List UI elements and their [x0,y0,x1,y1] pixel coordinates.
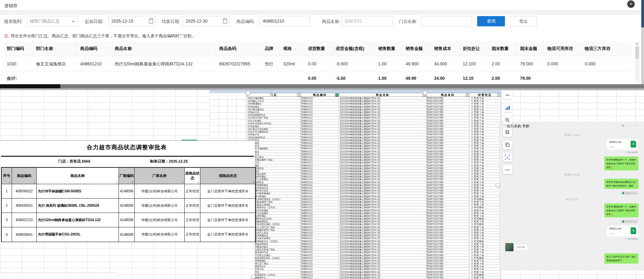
store-row[interactable]: 1090习水麒龙印象店408601210先行320ml精典泰迪童心弹跳杯TD24… [247,245,501,248]
zoom-in-icon[interactable] [503,115,512,125]
store-row[interactable]: 1066遵义世贸城店408601210先行320ml精典泰迪童心弹跳杯TD24-… [247,215,501,217]
stores-header-cell[interactable]: 门店▼ [247,93,301,97]
start-date-input[interactable]: 2025-12-15 [108,16,156,26]
store-row[interactable]: 1056六盘水南田境界店（已闭店）408601210先行320ml精典泰迪童心弹… [247,198,501,201]
store-row[interactable]: 1029瓮安店408601210先行320ml精典泰迪童心弹跳杯TD24-132… [247,144,501,147]
horizontal-scrollbar[interactable] [0,84,644,88]
page-vertical-scrollbar[interactable] [641,0,644,84]
approval-header-cell[interactable]: 序号▼ [2,168,12,184]
approval-header-cell[interactable]: 现商品状态▼ [200,168,255,184]
store-row[interactable]: 1039三穗店408601210先行320ml精典泰迪童心弹跳杯TD24-132… [247,164,501,167]
store-row[interactable]: 1103仁怀国酒城店408601210先行320ml精典泰迪童心弹跳杯TD24-… [247,259,501,262]
more-icon[interactable]: ••• [503,165,512,174]
store-row[interactable]: 1085毕节国林春天店（已闭店）408601210先行320ml精典泰迪童心弹跳… [247,240,501,243]
end-date-input[interactable]: 2025-12-30 [183,16,230,26]
copy-icon[interactable] [503,140,512,150]
store-row[interactable]: 1026花果园S区店408601210先行320ml精典泰迪童心弹跳杯TD24-… [247,136,501,139]
approval-header-cell[interactable]: 厂商名称▼ [135,168,185,184]
store-row[interactable]: 1049余庆国腾商都店408601210先行320ml精典泰迪童心弹跳杯TD24… [247,184,501,187]
store-row[interactable]: 1080德江时代上层店408601210先行320ml精典泰迪童心弹跳杯TD24… [247,231,501,234]
store-row[interactable]: 2002花果园U区店408601210先行320ml精典泰迪童心弹跳杯TD24-… [247,265,501,268]
file-reference-chip[interactable]: 6666(1).xlsx [620,219,639,224]
minimize-icon[interactable]: — [635,124,639,127]
store-row[interactable]: 1037德江店408601210先行320ml精典泰迪童心弹跳杯TD24-132… [247,161,501,164]
approval-header-cell[interactable]: 厂商编码▼ [119,168,135,184]
text-ocr-icon[interactable]: A [503,153,512,162]
chart-icon[interactable] [503,103,512,112]
more-icon[interactable]: ⋯ [629,124,632,127]
store-row[interactable]: 1093遵义思乐为置地广场店408601210先行320ml精典泰迪童心弹跳杯T… [247,248,501,251]
store-row[interactable]: 1078云岩大上海万达广场店408601210先行320ml精典泰迪童心弹跳杯T… [247,226,501,229]
popout-icon[interactable]: ⧉ [622,124,624,128]
store-row[interactable]: 6666购物物流中心408601210先行320ml精典泰迪童心弹跳杯TD24-… [247,276,501,279]
store-row[interactable]: 1050安龙翔龙嘉连店408601210先行320ml精典泰迪童心弹跳杯TD24… [247,187,501,189]
product-name-input[interactable]: 模糊查找 [342,16,393,26]
store-row[interactable]: 1006息烽店408601210先行320ml精典泰迪童心弹跳杯TD24-132… [247,105,501,108]
report-type-select[interactable]: 按部门商品汇总 [27,16,78,26]
store-row[interactable]: 1034保利公园店408601210先行320ml精典泰迪童心弹跳杯TD24-1… [247,156,501,158]
filter-arrow-icon[interactable]: ▼ [132,181,134,183]
store-row[interactable]: 1077毕节创美世纪城店（已闭店）408601210先行320ml精典泰迪童心弹… [247,223,501,226]
store-row[interactable]: 2010阳关店408601210先行320ml精典泰迪童心弹跳杯TD24-132… [247,271,501,274]
approval-header-cell[interactable]: 原商品状态▼ [185,168,200,184]
store-row[interactable]: 1102贵阳美的国宾府店（已闭店）408601210先行320ml精典泰迪童心弹… [247,257,501,259]
store-row[interactable]: 1079大营坡益田假日广场店408601210先行320ml精典泰迪童心弹跳杯T… [247,229,501,231]
store-row[interactable]: 2004米兰春天店408601210先行320ml精典泰迪童心弹跳杯TD24-1… [247,268,501,270]
store-row[interactable]: 1021遵义大恒名城店408601210先行320ml精典泰迪童心弹跳杯TD24… [247,128,501,130]
store-row[interactable]: 1083六盘水派华新都店408601210先行320ml精典泰迪童心弹跳杯TD2… [247,237,501,240]
stores-header-cell[interactable]: 经营状态▼ [469,93,501,97]
filter-arrow-icon[interactable]: ▼ [116,181,118,183]
close-icon[interactable]: ✕ [627,0,635,8]
selection-handle[interactable] [251,275,256,279]
store-row[interactable]: 1043习水希望城店408601210先行320ml精典泰迪童心弹跳杯TD24-… [247,175,501,178]
store-row[interactable]: 1046仁怀国贸店408601210先行320ml精典泰迪童心弹跳杯TD24-1… [247,181,501,184]
table-vertical-scrollbar[interactable]: ▲ [635,42,640,82]
stores-header-cell[interactable]: 商品条码▼ [426,93,469,97]
store-row[interactable]: 1015中天未来方舟H4店408601210先行320ml精典泰迪童心弹跳杯TD… [247,122,501,125]
filter-arrow-icon[interactable]: ▼ [9,181,11,183]
file-message-card[interactable]: 6666(1).xlsx11.1KX [607,226,639,236]
filter-arrow-icon[interactable]: ▼ [34,181,36,183]
store-row[interactable]: 1082道真漳阳国际店408601210先行320ml精典泰迪童心弹跳杯TD24… [247,234,501,237]
minimize-icon[interactable] [503,90,512,100]
store-row[interactable]: 1009花果园R区店408601210先行320ml精典泰迪童心弹跳杯TD24-… [247,114,501,116]
store-row[interactable]: 1042红果生活超市408601210先行320ml精典泰迪童心弹跳杯TD24-… [247,173,501,175]
store-row[interactable]: 1028松桃店408601210先行320ml精典泰迪童心弹跳杯TD24-132… [247,142,501,144]
store-row[interactable]: 1040凯里国贸店408601210先行320ml精典泰迪童心弹跳杯TD24-1… [247,167,501,170]
store-row[interactable]: 1027毕节店408601210先行320ml精典泰迪童心弹跳杯TD24-132… [247,139,501,142]
store-row[interactable]: 1101汇川区遵义古城店408601210先行320ml精典泰迪童心弹跳杯TD2… [247,254,501,257]
store-row[interactable]: 1076绥阳鑫港国际店408601210先行320ml精典泰迪童心弹跳杯TD24… [247,220,501,223]
file-message-card[interactable]: 6666(1).xlsx11.1KX [607,139,639,150]
store-name-input[interactable] [421,16,472,26]
filter-icon[interactable]: ▼ [297,93,300,97]
store-row[interactable]: 1051平塘中央大街店408601210先行320ml精典泰迪童心弹跳杯TD24… [247,189,501,192]
store-row[interactable]: 1008白云店408601210先行320ml精典泰迪童心弹跳杯TD24-132… [247,111,501,114]
vscroll-thumb[interactable] [641,0,644,27]
store-row[interactable]: 1105数博万达广场店408601210先行320ml精典泰迪童心弹跳杯TD24… [247,262,501,265]
store-row[interactable]: 1036务川麒龙城市广场店408601210先行320ml精典泰迪童心弹跳杯TD… [247,158,501,161]
store-row[interactable]: 1016花溪店408601210先行320ml精典泰迪童心弹跳杯TD24-132… [247,125,501,128]
filter-icon[interactable]: ▼ [466,93,469,97]
sticker-image[interactable] [505,243,513,251]
filter-arrow-icon[interactable]: ▼ [197,181,199,183]
filter-arrow-icon[interactable]: ▼ [182,181,184,183]
export-button[interactable]: 导出 [510,16,537,26]
filter-arrow-icon[interactable]: ▼ [252,181,255,183]
selection-handle[interactable] [496,183,500,187]
store-row[interactable]: 1030修文文城逸都店408601210先行320ml精典泰迪童心弹跳杯TD24… [247,147,501,150]
filter-icon[interactable]: ▼ [335,93,338,97]
store-row[interactable]: 1004观山小区店408601210先行320ml精典泰迪童心弹跳杯TD24-1… [247,100,501,102]
store-row[interactable]: 1005南浦路店408601210先行320ml精典泰迪童心弹跳杯TD24-13… [247,102,501,105]
store-row[interactable]: 1041绥阳店408601210先行320ml精典泰迪童心弹跳杯TD24-132… [247,170,501,173]
stores-header-cell[interactable]: 商品名称▼ [339,93,426,97]
store-row[interactable]: 1045毕节七众奥莱店408601210先行320ml精典泰迪童心弹跳杯TD24… [247,178,501,181]
store-row[interactable]: 1003小城故事店408601210先行320ml精典泰迪童心弹跳杯TD24-1… [247,97,501,100]
store-row[interactable]: 1033正安店408601210先行320ml精典泰迪童心弹跳杯TD24-132… [247,153,501,156]
store-row[interactable]: 1053湄潭太阳城店408601210先行320ml精典泰迪童心弹跳杯TD24-… [247,195,501,198]
approval-header-cell[interactable]: 商品编码▼ [12,168,37,184]
store-row[interactable]: 1011万科城店408601210先行320ml精典泰迪童心弹跳杯TD24-13… [247,119,501,122]
stores-header-cell[interactable]: 商品编码▼ [301,93,339,97]
store-row[interactable]: 1065沿河乌江丽都店408601210先行320ml精典泰迪童心弹跳杯TD24… [247,212,501,215]
selection-handle[interactable] [423,91,427,95]
scroll-up-arrow-icon[interactable]: ▲ [635,42,640,46]
